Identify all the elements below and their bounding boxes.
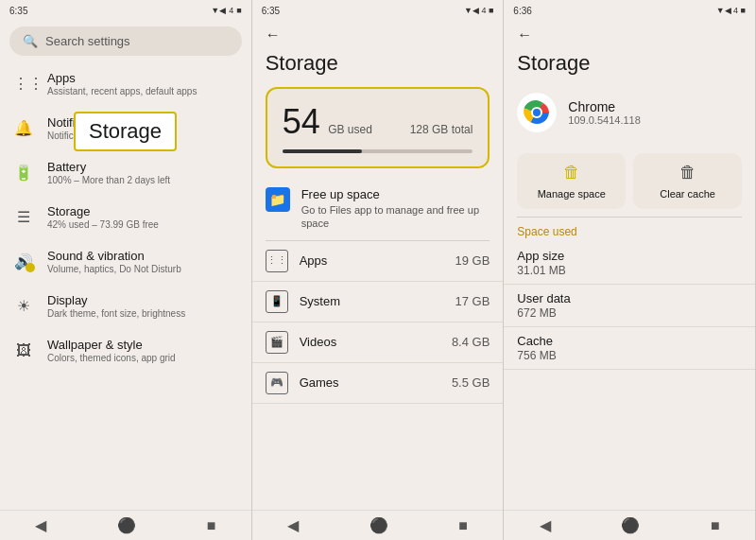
status-bar-1: 6:35 ▼◀ 4 ■ bbox=[0, 0, 251, 21]
sound-subtitle: Volume, haptics, Do Not Disturb bbox=[47, 264, 238, 274]
chrome-icon bbox=[517, 93, 557, 132]
clear-cache-icon: 🗑 bbox=[679, 163, 696, 183]
breakdown-games[interactable]: 🎮 Games 5.5 GB bbox=[252, 363, 504, 404]
sidebar-item-display[interactable]: ☀ Display Dark theme, font size, brightn… bbox=[0, 284, 251, 328]
breakdown-videos-label: Videos bbox=[300, 335, 440, 349]
time-2: 6:35 bbox=[262, 6, 280, 16]
search-icon: 🔍 bbox=[23, 34, 38, 48]
storage-bubble: Storage bbox=[74, 112, 177, 151]
breakdown-system-label: System bbox=[300, 294, 444, 308]
breakdown-apps-label: Apps bbox=[300, 253, 444, 268]
storage-card: 54 GB used 128 GB total bbox=[266, 87, 490, 168]
panel-storage: 6:35 ▼◀ 4 ■ ← Storage 54 GB used 128 GB … bbox=[252, 0, 505, 540]
breakdown-apps[interactable]: ⋮⋮ Apps 19 GB bbox=[252, 241, 504, 282]
app-storage-header: ← bbox=[504, 21, 755, 47]
app-name: Chrome bbox=[568, 99, 640, 114]
storage-bar bbox=[283, 149, 473, 153]
panel-settings: 6:35 ▼◀ 4 ■ 🔍 Search settings ⋮⋮ Apps As… bbox=[0, 0, 252, 540]
user-data-value: 672 MB bbox=[517, 306, 742, 320]
apps-breakdown-icon: ⋮⋮ bbox=[266, 250, 288, 272]
space-used-label: Space used bbox=[504, 218, 755, 242]
manage-space-icon: 🗑 bbox=[563, 163, 580, 183]
breakdown-videos-value: 8.4 GB bbox=[452, 335, 490, 349]
time-1: 6:35 bbox=[9, 6, 27, 16]
breakdown-system[interactable]: 📱 System 17 GB bbox=[252, 282, 504, 322]
cache-value: 756 MB bbox=[517, 349, 742, 362]
home-nav-3[interactable]: ⚫ bbox=[621, 516, 640, 534]
status-bar-2: 6:35 ▼◀ 4 ■ bbox=[252, 0, 504, 21]
battery-icon: 🔋 bbox=[13, 164, 34, 182]
breakdown-system-value: 17 GB bbox=[455, 294, 490, 308]
storage-used-value: 54 bbox=[283, 102, 320, 141]
wallpaper-subtitle: Colors, themed icons, app grid bbox=[47, 353, 238, 363]
time-3: 6:36 bbox=[513, 6, 531, 16]
apps-subtitle: Assistant, recent apps, default apps bbox=[47, 86, 238, 96]
bottom-nav-3: ◀ ⚫ ■ bbox=[504, 510, 755, 540]
display-title: Display bbox=[47, 293, 238, 307]
wallpaper-title: Wallpaper & style bbox=[47, 338, 238, 352]
storage-bar-fill bbox=[283, 149, 363, 153]
search-label: Search settings bbox=[45, 34, 130, 48]
back-nav-2[interactable]: ◀ bbox=[287, 516, 299, 534]
detail-app-size: App size 31.01 MB bbox=[504, 242, 755, 285]
sidebar-item-apps[interactable]: ⋮⋮ Apps Assistant, recent apps, default … bbox=[0, 61, 251, 106]
storage-used-label: GB used bbox=[328, 123, 372, 136]
detail-user-data: User data 672 MB bbox=[504, 285, 755, 327]
wallpaper-icon: 🖼 bbox=[13, 342, 34, 359]
storage-icon: ☰ bbox=[13, 208, 34, 226]
games-breakdown-icon: 🎮 bbox=[266, 372, 288, 394]
app-size-value: 31.01 MB bbox=[517, 264, 742, 277]
back-nav-3[interactable]: ◀ bbox=[540, 516, 551, 534]
home-nav-1[interactable]: ⚫ bbox=[117, 516, 136, 534]
display-icon: ☀ bbox=[13, 297, 34, 315]
back-arrow-3[interactable]: ← bbox=[517, 26, 532, 44]
breakdown-games-value: 5.5 GB bbox=[452, 375, 490, 390]
recent-nav-3[interactable]: ■ bbox=[711, 517, 720, 534]
storage-numbers: 54 GB used 128 GB total bbox=[283, 102, 473, 142]
notifications-icon: 🔔 bbox=[13, 119, 34, 137]
recent-nav-2[interactable]: ■ bbox=[458, 517, 468, 534]
svg-point-4 bbox=[533, 109, 541, 116]
files-icon: 📁 bbox=[266, 187, 290, 212]
apps-icon: ⋮⋮ bbox=[13, 75, 34, 93]
manage-space-button[interactable]: 🗑 Manage space bbox=[517, 153, 626, 209]
sound-title: Sound & vibration bbox=[47, 249, 238, 263]
storage-title: Storage bbox=[47, 204, 238, 218]
breakdown-games-label: Games bbox=[300, 375, 440, 390]
status-bar-3: 6:36 ▼◀ 4 ■ bbox=[504, 0, 755, 21]
videos-breakdown-icon: 🎬 bbox=[266, 331, 288, 354]
panel-app-storage: 6:36 ▼◀ 4 ■ ← Storage Manage space bbox=[504, 0, 756, 540]
cache-label: Cache bbox=[517, 334, 742, 348]
sidebar-item-battery[interactable]: 🔋 Battery 100% – More than 2 days left bbox=[0, 150, 251, 195]
chrome-section: Chrome 109.0.5414.118 bbox=[504, 83, 755, 142]
bottom-nav-2: ◀ ⚫ ■ bbox=[252, 510, 504, 540]
sidebar-item-storage[interactable]: ☰ Storage 42% used – 73.99 GB free bbox=[0, 195, 251, 239]
sidebar-item-sound[interactable]: 🔊 Sound & vibration Volume, haptics, Do … bbox=[0, 239, 251, 284]
storage-subtitle: 42% used – 73.99 GB free bbox=[47, 219, 238, 230]
breakdown-videos[interactable]: 🎬 Videos 8.4 GB bbox=[252, 322, 504, 363]
storage-panel-title: Storage bbox=[252, 47, 504, 83]
back-nav-1[interactable]: ◀ bbox=[35, 516, 46, 534]
storage-header: ← bbox=[252, 21, 504, 47]
free-up-item[interactable]: 📁 Free up space Go to Files app to manag… bbox=[252, 178, 504, 240]
app-size-label: App size bbox=[517, 249, 742, 263]
user-data-label: User data bbox=[517, 291, 742, 305]
status-icons-1: ▼◀ 4 ■ bbox=[211, 6, 241, 15]
search-bar[interactable]: 🔍 Search settings bbox=[9, 26, 242, 56]
manage-space-label: Manage space bbox=[538, 188, 606, 200]
status-icons-3: ▼◀ 4 ■ bbox=[716, 6, 746, 15]
free-up-subtitle: Go to Files app to manage and free up sp… bbox=[301, 203, 490, 231]
back-arrow-2[interactable]: ← bbox=[266, 26, 281, 44]
breakdown-apps-value: 19 GB bbox=[455, 253, 490, 268]
home-nav-2[interactable]: ⚫ bbox=[369, 516, 388, 534]
clear-cache-button[interactable]: 🗑 Clear cache bbox=[633, 153, 742, 209]
system-breakdown-icon: 📱 bbox=[266, 290, 288, 313]
recent-nav-1[interactable]: ■ bbox=[207, 517, 216, 534]
storage-yellow-dot bbox=[26, 263, 35, 272]
sidebar-item-wallpaper[interactable]: 🖼 Wallpaper & style Colors, themed icons… bbox=[0, 328, 251, 373]
detail-cache: Cache 756 MB bbox=[504, 327, 755, 370]
bottom-nav-1: ◀ ⚫ ■ bbox=[0, 510, 251, 540]
clear-cache-label: Clear cache bbox=[660, 188, 715, 200]
storage-total: 128 GB total bbox=[410, 123, 473, 136]
status-icons-2: ▼◀ 4 ■ bbox=[464, 6, 493, 15]
